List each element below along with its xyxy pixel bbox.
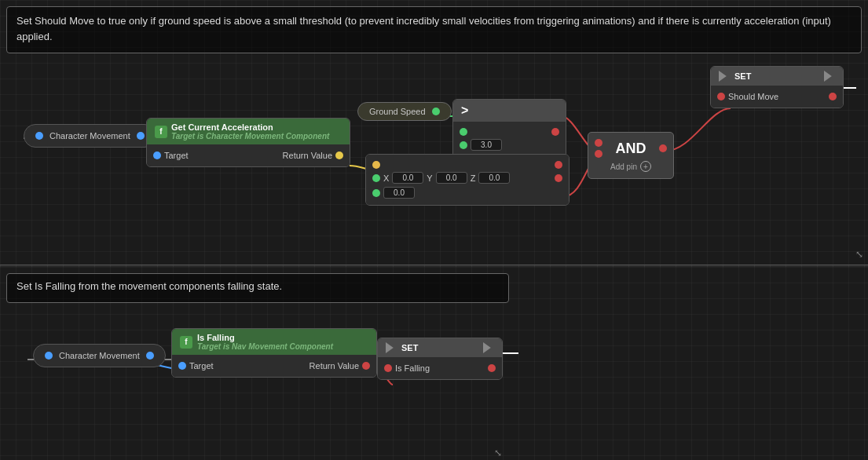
top-comment-text: Set Should Move to true only if ground s… <box>16 13 852 44</box>
set-sm-body: Should Move <box>711 86 843 108</box>
char-movement-pin <box>35 132 43 140</box>
char-movement-out-pin <box>137 132 145 140</box>
bottom-resize-handle[interactable]: ⤡ <box>494 447 502 458</box>
target-label: Target <box>164 151 189 160</box>
and-in2-pin <box>595 150 602 158</box>
w-val[interactable]: 0.0 <box>383 187 415 199</box>
set-if-exec-in <box>386 342 397 353</box>
vec-out-pin <box>555 161 562 169</box>
and-node: AND Add pin + <box>588 132 674 179</box>
should-move-label: Should Move <box>728 92 778 101</box>
bottom-comment-box: Set Is Falling from the movement compone… <box>6 273 509 303</box>
w-pin <box>372 189 380 197</box>
return-pin <box>335 152 343 159</box>
ground-speed-node: Ground Speed <box>357 102 452 121</box>
z-val[interactable]: 0.0 <box>478 172 510 184</box>
y-val[interactable]: 0.0 <box>436 172 467 184</box>
bottom-comment-text: Set Is Falling from the movement compone… <box>16 280 499 292</box>
x-val[interactable]: 0.0 <box>392 172 423 184</box>
g-out-pin <box>551 128 559 136</box>
get-accel-subtitle: Target is Character Movement Component <box>171 132 329 141</box>
vector-body: X 0.0 Y 0.0 Z 0.0 0.0 <box>366 155 569 205</box>
is-falling-return-label: Return Value <box>309 361 359 371</box>
set-should-move-node: SET Should Move <box>710 66 844 108</box>
top-comment-box: Set Should Move to true only if ground s… <box>6 6 862 53</box>
resize-handle[interactable]: ⤡ <box>855 249 863 260</box>
should-move-in-pin <box>717 93 725 100</box>
is-falling-val-in-pin <box>384 364 392 372</box>
is-falling-return-pin <box>362 362 370 370</box>
set-sm-title: SET <box>734 71 751 81</box>
get-accel-body: Target Return Value <box>147 144 350 166</box>
g-in1-pin <box>460 128 467 136</box>
exec-out-icon <box>824 71 835 82</box>
exec-in-icon <box>719 71 730 82</box>
char-movement-2-pin <box>45 352 53 360</box>
bottom-panel: Set Is Falling from the movement compone… <box>0 267 868 460</box>
x-pin <box>372 174 380 182</box>
set-if-exec-out <box>483 342 494 353</box>
is-falling-val-label: Is Falling <box>395 363 430 373</box>
is-falling-subtitle: Target is Nav Movement Component <box>197 342 333 351</box>
greater-body: 3.0 <box>453 122 566 157</box>
get-accel-target-row: Target Return Value <box>153 149 343 162</box>
return-label: Return Value <box>283 151 332 160</box>
is-falling-header: f Is Falling Target is Nav Movement Comp… <box>172 329 376 355</box>
char-movement-label: Character Movement <box>49 131 130 141</box>
char-movement-node-top: Character Movement <box>24 124 156 148</box>
and-label: AND <box>616 141 646 157</box>
add-pin-icon: + <box>640 161 651 172</box>
ground-speed-pin <box>432 108 440 115</box>
set-is-falling-node: SET Is Falling <box>377 338 503 380</box>
set-if-header: SET <box>378 338 502 357</box>
is-falling-body: Target Return Value <box>172 355 376 377</box>
should-move-out-pin <box>829 93 837 100</box>
set-if-body: Is Falling <box>378 357 502 379</box>
char-movement-2-label: Character Movement <box>59 351 140 360</box>
char-movement-node-bottom: Character Movement <box>33 344 166 367</box>
ground-speed-label: Ground Speed <box>369 107 426 116</box>
and-in1-pin <box>595 139 602 147</box>
is-falling-target-pin <box>178 362 186 370</box>
greater-value[interactable]: 3.0 <box>471 139 502 151</box>
g-in2-pin <box>460 141 467 149</box>
add-pin-label[interactable]: Add pin + <box>610 161 651 172</box>
greater-header: > <box>453 100 566 122</box>
vector-node: X 0.0 Y 0.0 Z 0.0 0.0 <box>365 154 570 206</box>
set-if-title: SET <box>401 343 418 352</box>
and-out-pin <box>659 144 667 152</box>
is-falling-func-icon: f <box>180 336 192 349</box>
is-falling-title: Is Falling <box>197 333 333 342</box>
get-accel-title: Get Current Acceleration <box>171 122 329 132</box>
is-falling-node: f Is Falling Target is Nav Movement Comp… <box>171 328 377 378</box>
set-sm-header: SET <box>711 67 843 86</box>
char-movement-2-out-pin <box>146 352 154 360</box>
greater-symbol: > <box>461 104 468 118</box>
is-falling-val-out-pin <box>488 364 496 372</box>
top-panel: Set Should Move to true only if ground s… <box>0 0 868 265</box>
target-in-pin <box>153 152 161 159</box>
get-accel-header: f Get Current Acceleration Target is Cha… <box>147 119 350 144</box>
get-current-accel-node: f Get Current Acceleration Target is Cha… <box>146 118 350 167</box>
xyz-out-pin <box>555 174 562 182</box>
greater-than-node: > 3.0 <box>452 99 566 158</box>
vec-in-pin <box>372 161 380 169</box>
func-icon: f <box>155 126 167 138</box>
is-falling-target-label: Target <box>189 361 214 371</box>
